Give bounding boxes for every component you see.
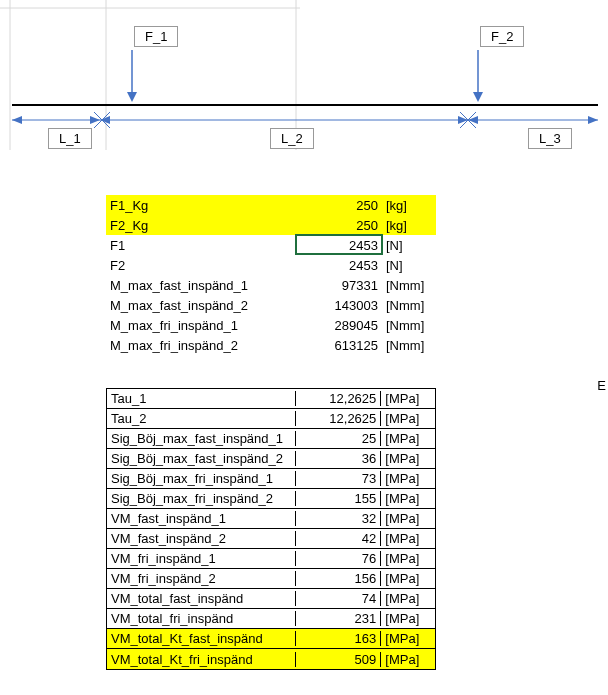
- result-value[interactable]: 36: [296, 451, 381, 466]
- result-unit: [MPa]: [381, 491, 435, 506]
- table-row[interactable]: M_max_fast_inspänd_2143003[Nmm]: [106, 295, 436, 315]
- param-value[interactable]: 97331: [296, 278, 382, 293]
- table-row[interactable]: Sig_Böj_max_fast_inspänd_125[MPa]: [107, 429, 435, 449]
- result-label: Tau_2: [107, 411, 296, 426]
- svg-marker-28: [12, 116, 22, 124]
- param-value[interactable]: 289045: [296, 318, 382, 333]
- param-value[interactable]: 250: [296, 198, 382, 213]
- result-unit: [MPa]: [381, 652, 435, 667]
- svg-marker-26: [473, 92, 483, 102]
- result-label: Sig_Böj_max_fast_inspänd_2: [107, 451, 296, 466]
- param-value[interactable]: 2453: [296, 258, 382, 273]
- param-unit: [Nmm]: [382, 298, 436, 313]
- edge-text: E: [597, 378, 606, 393]
- label-f1: F_1: [134, 26, 178, 47]
- result-label: Sig_Böj_max_fri_inspänd_1: [107, 471, 296, 486]
- result-label: VM_fri_inspänd_2: [107, 571, 296, 586]
- svg-marker-35: [588, 116, 598, 124]
- param-unit: [kg]: [382, 198, 436, 213]
- result-value[interactable]: 163: [296, 631, 381, 646]
- param-label: F2: [106, 258, 296, 273]
- label-l1: L_1: [48, 128, 92, 149]
- result-value[interactable]: 76: [296, 551, 381, 566]
- result-label: VM_fast_inspänd_1: [107, 511, 296, 526]
- param-unit: [N]: [382, 258, 436, 273]
- result-label: Tau_1: [107, 391, 296, 406]
- result-label: Sig_Böj_max_fri_inspänd_2: [107, 491, 296, 506]
- table-row[interactable]: M_max_fri_inspänd_2613125[Nmm]: [106, 335, 436, 355]
- input-table: F1_Kg250[kg]F2_Kg250[kg]F12453[N]F22453[…: [106, 195, 436, 355]
- results-table: Tau_112,2625[MPa]Tau_212,2625[MPa]Sig_Bö…: [106, 388, 436, 670]
- label-f2: F_2: [480, 26, 524, 47]
- result-value[interactable]: 156: [296, 571, 381, 586]
- table-row[interactable]: F22453[N]: [106, 255, 436, 275]
- label-l2: L_2: [270, 128, 314, 149]
- result-value[interactable]: 231: [296, 611, 381, 626]
- result-unit: [MPa]: [381, 431, 435, 446]
- table-row[interactable]: Sig_Böj_max_fri_inspänd_173[MPa]: [107, 469, 435, 489]
- result-label: VM_total_fast_inspänd: [107, 591, 296, 606]
- table-row[interactable]: M_max_fri_inspänd_1289045[Nmm]: [106, 315, 436, 335]
- spreadsheet-view[interactable]: F_1 F_2 L_1 L_2 L_3 F1_Kg250[kg]F2_Kg250…: [0, 0, 608, 695]
- result-value[interactable]: 73: [296, 471, 381, 486]
- table-row[interactable]: VM_total_Kt_fast_inspänd163[MPa]: [107, 629, 435, 649]
- result-value[interactable]: 12,2625: [296, 411, 381, 426]
- param-label: F2_Kg: [106, 218, 296, 233]
- result-unit: [MPa]: [381, 591, 435, 606]
- param-value[interactable]: 2453: [296, 238, 382, 253]
- svg-marker-24: [127, 92, 137, 102]
- table-row[interactable]: VM_fast_inspänd_242[MPa]: [107, 529, 435, 549]
- result-value[interactable]: 509: [296, 652, 381, 667]
- result-label: VM_total_fri_inspänd: [107, 611, 296, 626]
- param-label: M_max_fri_inspänd_1: [106, 318, 296, 333]
- table-row[interactable]: VM_total_Kt_fri_inspänd509[MPa]: [107, 649, 435, 669]
- param-unit: [Nmm]: [382, 338, 436, 353]
- table-row[interactable]: Sig_Böj_max_fri_inspänd_2155[MPa]: [107, 489, 435, 509]
- result-unit: [MPa]: [381, 611, 435, 626]
- param-label: F1_Kg: [106, 198, 296, 213]
- param-value[interactable]: 613125: [296, 338, 382, 353]
- result-value[interactable]: 25: [296, 431, 381, 446]
- table-row[interactable]: F1_Kg250[kg]: [106, 195, 436, 215]
- param-unit: [N]: [382, 238, 436, 253]
- param-value[interactable]: 143003: [296, 298, 382, 313]
- table-row[interactable]: VM_total_fast_inspänd74[MPa]: [107, 589, 435, 609]
- svg-marker-32: [458, 116, 468, 124]
- table-row[interactable]: Sig_Böj_max_fast_inspänd_236[MPa]: [107, 449, 435, 469]
- table-row[interactable]: VM_fast_inspänd_132[MPa]: [107, 509, 435, 529]
- table-row[interactable]: VM_fri_inspänd_2156[MPa]: [107, 569, 435, 589]
- result-value[interactable]: 74: [296, 591, 381, 606]
- result-unit: [MPa]: [381, 451, 435, 466]
- param-label: F1: [106, 238, 296, 253]
- param-label: M_max_fast_inspänd_1: [106, 278, 296, 293]
- param-value[interactable]: 250: [296, 218, 382, 233]
- result-unit: [MPa]: [381, 391, 435, 406]
- result-label: Sig_Böj_max_fast_inspänd_1: [107, 431, 296, 446]
- result-unit: [MPa]: [381, 631, 435, 646]
- result-label: VM_total_Kt_fast_inspänd: [107, 631, 296, 646]
- table-row[interactable]: Tau_112,2625[MPa]: [107, 389, 435, 409]
- param-label: M_max_fri_inspänd_2: [106, 338, 296, 353]
- result-value[interactable]: 42: [296, 531, 381, 546]
- table-row[interactable]: VM_total_fri_inspänd231[MPa]: [107, 609, 435, 629]
- result-label: VM_fri_inspänd_1: [107, 551, 296, 566]
- table-row[interactable]: M_max_fast_inspänd_197331[Nmm]: [106, 275, 436, 295]
- svg-marker-34: [468, 116, 478, 124]
- result-unit: [MPa]: [381, 471, 435, 486]
- table-row[interactable]: Tau_212,2625[MPa]: [107, 409, 435, 429]
- result-unit: [MPa]: [381, 551, 435, 566]
- table-row[interactable]: VM_fri_inspänd_176[MPa]: [107, 549, 435, 569]
- result-unit: [MPa]: [381, 411, 435, 426]
- param-unit: [kg]: [382, 218, 436, 233]
- param-unit: [Nmm]: [382, 278, 436, 293]
- table-row[interactable]: F12453[N]: [106, 235, 436, 255]
- table-row[interactable]: F2_Kg250[kg]: [106, 215, 436, 235]
- param-label: M_max_fast_inspänd_2: [106, 298, 296, 313]
- result-unit: [MPa]: [381, 511, 435, 526]
- result-label: VM_total_Kt_fri_inspänd: [107, 652, 296, 667]
- result-unit: [MPa]: [381, 571, 435, 586]
- result-value[interactable]: 32: [296, 511, 381, 526]
- result-value[interactable]: 155: [296, 491, 381, 506]
- result-value[interactable]: 12,2625: [296, 391, 381, 406]
- param-unit: [Nmm]: [382, 318, 436, 333]
